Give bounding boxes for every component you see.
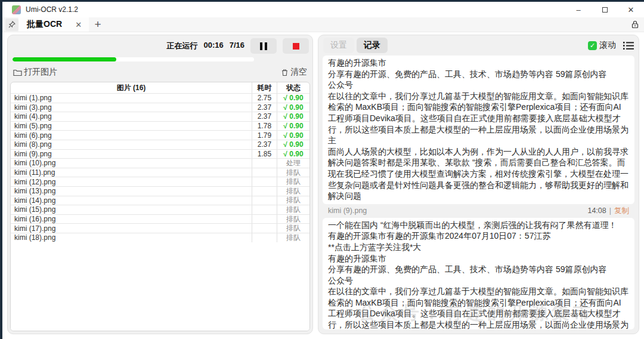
table-row[interactable]: kimi (18).png排队 (11, 233, 309, 242)
cell-image-name: kimi (17).png (11, 224, 252, 233)
pin-tab-button[interactable] (5, 19, 18, 31)
table-row[interactable]: kimi (14).png排队 (11, 196, 309, 205)
window-title: Umi-OCR v2.1.2 (26, 5, 78, 14)
table-row[interactable]: kimi (10).png处理 (11, 158, 309, 168)
cell-status: √ 0.90 (277, 131, 309, 140)
column-header-time[interactable]: 耗时 (252, 82, 277, 93)
cell-time (252, 187, 277, 196)
stop-icon (293, 43, 299, 50)
cell-time (252, 233, 277, 242)
image-table-body: kimi (1).png2.75√ 0.90kimi (3).png2.37√ … (11, 93, 309, 242)
cell-status: √ 0.90 (277, 103, 309, 112)
record-time: 14:08 (587, 207, 606, 215)
lock-layout-button[interactable] (631, 20, 639, 29)
cell-image-name: kimi (1).png (11, 94, 252, 102)
progress-fill (13, 57, 116, 61)
cell-time (252, 168, 277, 177)
column-header-status[interactable]: 状态 (277, 82, 309, 93)
cell-image-name: kimi (18).png (11, 233, 252, 242)
table-empty-area (11, 242, 309, 331)
batch-ocr-panel: 正在运行 00:16 7/16 打开图片 清空 图片 (16) (7, 35, 313, 334)
app-logo-icon (12, 5, 21, 14)
cell-image-name: kimi (9).png (11, 150, 252, 158)
pause-button[interactable] (250, 38, 277, 54)
open-images-button[interactable]: 打开图片 (13, 67, 57, 78)
record-text-block[interactable]: 一个能在国内 “红海中脱颖而出的大模型，亲测后强的让我有闷了果然有道理！有趣的开… (323, 218, 634, 329)
progress-count: 7/16 (230, 41, 244, 51)
table-row[interactable]: kimi (4).png2.37√ 0.90 (11, 112, 309, 121)
cell-time: 2.75 (252, 94, 277, 103)
table-row[interactable]: kimi (8).png2.37√ 0.90 (11, 140, 309, 149)
table-row[interactable]: kimi (6).png1.79√ 0.90 (11, 130, 309, 140)
elapsed-time: 00:16 (203, 41, 223, 51)
cell-time (252, 196, 277, 205)
ocr-text-paragraph: 面尚人人场景的大模型，比如以本人为例，作为一人从业的人人用户，以前我寻求解决问题… (328, 146, 629, 202)
cell-status: √ 0.90 (277, 112, 309, 121)
table-row[interactable]: kimi (15).png排队 (11, 205, 309, 214)
table-row[interactable]: kimi (11).png排队 (11, 168, 309, 177)
maximize-button[interactable] (592, 2, 618, 17)
table-row[interactable]: kimi (17).png排队 (11, 223, 309, 233)
table-row[interactable]: kimi (9).png1.85√ 0.90 (11, 149, 309, 159)
ocr-text-paragraph: 公众号 (328, 79, 629, 91)
ocr-text-paragraph: **点击上方蓝字关注我*大 (328, 242, 629, 253)
cell-time (252, 224, 277, 233)
tab-settings[interactable]: 设置 (323, 38, 354, 53)
record-list-menu-button[interactable] (623, 41, 634, 50)
pin-icon (8, 21, 16, 28)
table-row[interactable]: kimi (13).png排队 (11, 186, 309, 196)
tab-records[interactable]: 记录 (357, 38, 388, 53)
table-row[interactable]: kimi (16).png排队 (11, 214, 309, 224)
cell-image-name: kimi (10).png (11, 159, 252, 167)
record-copy-link[interactable]: 复制 (614, 206, 629, 216)
window-frame-left (0, 0, 2, 339)
table-row[interactable]: kimi (3).png2.37√ 0.90 (11, 103, 309, 112)
cell-time: 1.79 (252, 131, 277, 140)
minimize-button[interactable]: – (565, 2, 592, 17)
cell-time (252, 205, 277, 214)
close-button[interactable]: ✕ (618, 2, 644, 17)
run-control-row: 正在运行 00:16 7/16 (8, 35, 312, 54)
maximize-icon (602, 7, 608, 13)
record-list[interactable]: 有趣的升源集市分享有趣的开源、免费的产品、工具、技术、市场趋势等内容 59篇原创… (323, 56, 634, 329)
cell-status: √ 0.90 (277, 140, 309, 149)
cell-status: 排队 (277, 233, 309, 242)
table-row[interactable]: kimi (5).png1.78√ 0.90 (11, 121, 309, 131)
cell-status: √ 0.90 (277, 150, 309, 159)
cell-status: √ 0.90 (277, 122, 309, 131)
cell-time (252, 177, 277, 186)
cell-image-name: kimi (13).png (11, 187, 252, 195)
cell-status: 排队 (277, 196, 309, 205)
cell-time: 2.37 (252, 103, 277, 112)
auto-scroll-toggle[interactable]: ✓ 滚动 (588, 40, 616, 51)
side-panel: 设置 记录 ✓ 滚动 有趣的升源集市分享有趣的开源、免费的产品、工具、技术、市场… (318, 35, 639, 334)
pause-icon (260, 42, 267, 50)
stop-button[interactable] (283, 38, 309, 54)
ocr-text-paragraph: 公众号 (328, 275, 629, 286)
cell-image-name: kimi (16).png (11, 215, 252, 223)
cell-image-name: kimi (11).png (11, 168, 252, 177)
cell-time: 2.37 (252, 112, 277, 121)
cell-status: 排队 (277, 187, 309, 196)
clear-list-button[interactable]: 清空 (281, 67, 307, 78)
column-header-image[interactable]: 图片 (16) (11, 83, 252, 93)
cell-status: 排队 (277, 224, 309, 233)
clear-list-label: 清空 (290, 67, 307, 78)
cell-time: 1.78 (252, 122, 277, 131)
record-text-block[interactable]: 有趣的升源集市分享有趣的开源、免费的产品、工具、技术、市场趋势等内容 59篇原创… (323, 56, 634, 204)
open-images-label: 打开图片 (24, 67, 57, 78)
tab-close-icon[interactable]: ✕ (75, 20, 82, 29)
image-table: 图片 (16) 耗时 状态 kimi (1).png2.75√ 0.90kimi… (10, 82, 310, 331)
table-row[interactable]: kimi (1).png2.75√ 0.90 (11, 93, 309, 103)
trash-icon (281, 69, 289, 76)
checkbox-checked-icon: ✓ (588, 41, 597, 50)
ocr-text-paragraph: 有趣的升源集市 (328, 253, 629, 264)
cell-image-name: kimi (4).png (11, 112, 252, 121)
ocr-text-paragraph: 有趣的开源集市有趣的开源集市2024年07月10日07：57江苏 (328, 230, 629, 242)
new-tab-button[interactable]: + (89, 18, 107, 31)
lock-icon (631, 20, 639, 29)
table-row[interactable]: kimi (12).png排队 (11, 177, 309, 186)
tab-bar: 批量OCR ✕ + (2, 17, 644, 32)
cell-image-name: kimi (8).png (11, 140, 252, 149)
tab-batch-ocr[interactable]: 批量OCR ✕ (18, 17, 89, 32)
